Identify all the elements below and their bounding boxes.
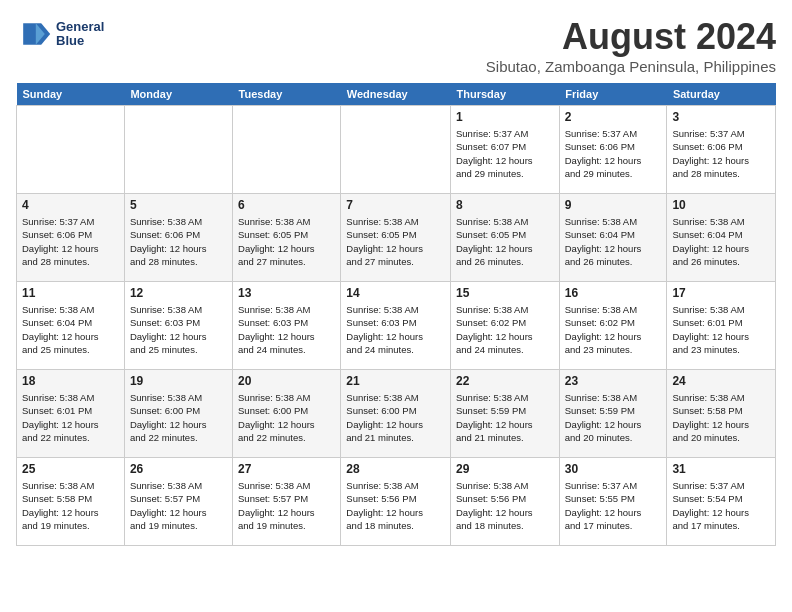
day-info: Sunrise: 5:38 AM Sunset: 6:01 PM Dayligh…	[672, 303, 770, 356]
logo: General Blue	[16, 16, 104, 52]
calendar-cell: 5Sunrise: 5:38 AM Sunset: 6:06 PM Daylig…	[124, 194, 232, 282]
calendar-cell: 16Sunrise: 5:38 AM Sunset: 6:02 PM Dayli…	[559, 282, 667, 370]
day-number: 4	[22, 198, 119, 212]
day-number: 18	[22, 374, 119, 388]
day-number: 29	[456, 462, 554, 476]
title-block: August 2024 Sibutao, Zamboanga Peninsula…	[486, 16, 776, 75]
day-of-week-header: Tuesday	[233, 83, 341, 106]
day-number: 28	[346, 462, 445, 476]
calendar-week-row: 25Sunrise: 5:38 AM Sunset: 5:58 PM Dayli…	[17, 458, 776, 546]
day-info: Sunrise: 5:38 AM Sunset: 6:03 PM Dayligh…	[130, 303, 227, 356]
day-info: Sunrise: 5:38 AM Sunset: 6:04 PM Dayligh…	[672, 215, 770, 268]
calendar-header: SundayMondayTuesdayWednesdayThursdayFrid…	[17, 83, 776, 106]
day-number: 25	[22, 462, 119, 476]
day-number: 20	[238, 374, 335, 388]
day-info: Sunrise: 5:38 AM Sunset: 6:00 PM Dayligh…	[130, 391, 227, 444]
calendar-cell: 19Sunrise: 5:38 AM Sunset: 6:00 PM Dayli…	[124, 370, 232, 458]
calendar-cell: 10Sunrise: 5:38 AM Sunset: 6:04 PM Dayli…	[667, 194, 776, 282]
day-number: 13	[238, 286, 335, 300]
calendar-cell: 7Sunrise: 5:38 AM Sunset: 6:05 PM Daylig…	[341, 194, 451, 282]
day-number: 14	[346, 286, 445, 300]
day-number: 5	[130, 198, 227, 212]
day-info: Sunrise: 5:38 AM Sunset: 5:58 PM Dayligh…	[672, 391, 770, 444]
calendar-cell: 27Sunrise: 5:38 AM Sunset: 5:57 PM Dayli…	[233, 458, 341, 546]
day-info: Sunrise: 5:38 AM Sunset: 6:01 PM Dayligh…	[22, 391, 119, 444]
day-info: Sunrise: 5:38 AM Sunset: 5:57 PM Dayligh…	[238, 479, 335, 532]
day-number: 31	[672, 462, 770, 476]
day-number: 7	[346, 198, 445, 212]
calendar-cell: 26Sunrise: 5:38 AM Sunset: 5:57 PM Dayli…	[124, 458, 232, 546]
day-number: 2	[565, 110, 662, 124]
page-header: General Blue August 2024 Sibutao, Zamboa…	[16, 16, 776, 75]
day-number: 23	[565, 374, 662, 388]
logo-line1: General	[56, 20, 104, 34]
calendar-cell: 23Sunrise: 5:38 AM Sunset: 5:59 PM Dayli…	[559, 370, 667, 458]
main-title: August 2024	[486, 16, 776, 58]
calendar-cell: 22Sunrise: 5:38 AM Sunset: 5:59 PM Dayli…	[451, 370, 560, 458]
calendar-cell: 2Sunrise: 5:37 AM Sunset: 6:06 PM Daylig…	[559, 106, 667, 194]
day-of-week-header: Wednesday	[341, 83, 451, 106]
calendar-cell: 11Sunrise: 5:38 AM Sunset: 6:04 PM Dayli…	[17, 282, 125, 370]
day-info: Sunrise: 5:38 AM Sunset: 6:05 PM Dayligh…	[238, 215, 335, 268]
calendar-cell: 12Sunrise: 5:38 AM Sunset: 6:03 PM Dayli…	[124, 282, 232, 370]
calendar-cell	[341, 106, 451, 194]
subtitle: Sibutao, Zamboanga Peninsula, Philippine…	[486, 58, 776, 75]
day-info: Sunrise: 5:37 AM Sunset: 6:07 PM Dayligh…	[456, 127, 554, 180]
day-info: Sunrise: 5:38 AM Sunset: 5:56 PM Dayligh…	[346, 479, 445, 532]
day-number: 17	[672, 286, 770, 300]
day-info: Sunrise: 5:38 AM Sunset: 5:56 PM Dayligh…	[456, 479, 554, 532]
calendar-cell: 25Sunrise: 5:38 AM Sunset: 5:58 PM Dayli…	[17, 458, 125, 546]
calendar-cell: 1Sunrise: 5:37 AM Sunset: 6:07 PM Daylig…	[451, 106, 560, 194]
day-of-week-header: Saturday	[667, 83, 776, 106]
calendar-cell: 30Sunrise: 5:37 AM Sunset: 5:55 PM Dayli…	[559, 458, 667, 546]
day-number: 1	[456, 110, 554, 124]
day-info: Sunrise: 5:38 AM Sunset: 5:58 PM Dayligh…	[22, 479, 119, 532]
day-number: 3	[672, 110, 770, 124]
calendar-cell: 18Sunrise: 5:38 AM Sunset: 6:01 PM Dayli…	[17, 370, 125, 458]
day-number: 10	[672, 198, 770, 212]
day-number: 6	[238, 198, 335, 212]
day-of-week-header: Friday	[559, 83, 667, 106]
calendar-week-row: 18Sunrise: 5:38 AM Sunset: 6:01 PM Dayli…	[17, 370, 776, 458]
calendar-week-row: 4Sunrise: 5:37 AM Sunset: 6:06 PM Daylig…	[17, 194, 776, 282]
logo-icon	[16, 16, 52, 52]
day-info: Sunrise: 5:38 AM Sunset: 6:03 PM Dayligh…	[238, 303, 335, 356]
calendar-cell: 17Sunrise: 5:38 AM Sunset: 6:01 PM Dayli…	[667, 282, 776, 370]
day-number: 11	[22, 286, 119, 300]
calendar-cell	[233, 106, 341, 194]
calendar-body: 1Sunrise: 5:37 AM Sunset: 6:07 PM Daylig…	[17, 106, 776, 546]
day-info: Sunrise: 5:37 AM Sunset: 5:54 PM Dayligh…	[672, 479, 770, 532]
calendar-week-row: 1Sunrise: 5:37 AM Sunset: 6:07 PM Daylig…	[17, 106, 776, 194]
day-info: Sunrise: 5:38 AM Sunset: 6:02 PM Dayligh…	[456, 303, 554, 356]
logo-text: General Blue	[56, 20, 104, 49]
day-info: Sunrise: 5:37 AM Sunset: 6:06 PM Dayligh…	[22, 215, 119, 268]
day-number: 15	[456, 286, 554, 300]
day-of-week-header: Thursday	[451, 83, 560, 106]
calendar-cell: 28Sunrise: 5:38 AM Sunset: 5:56 PM Dayli…	[341, 458, 451, 546]
day-number: 30	[565, 462, 662, 476]
day-info: Sunrise: 5:38 AM Sunset: 6:00 PM Dayligh…	[238, 391, 335, 444]
calendar-cell	[124, 106, 232, 194]
calendar-cell: 14Sunrise: 5:38 AM Sunset: 6:03 PM Dayli…	[341, 282, 451, 370]
calendar-cell: 9Sunrise: 5:38 AM Sunset: 6:04 PM Daylig…	[559, 194, 667, 282]
calendar-cell: 13Sunrise: 5:38 AM Sunset: 6:03 PM Dayli…	[233, 282, 341, 370]
day-info: Sunrise: 5:38 AM Sunset: 6:05 PM Dayligh…	[346, 215, 445, 268]
calendar-cell: 24Sunrise: 5:38 AM Sunset: 5:58 PM Dayli…	[667, 370, 776, 458]
day-info: Sunrise: 5:37 AM Sunset: 6:06 PM Dayligh…	[565, 127, 662, 180]
day-info: Sunrise: 5:37 AM Sunset: 5:55 PM Dayligh…	[565, 479, 662, 532]
day-number: 19	[130, 374, 227, 388]
day-number: 21	[346, 374, 445, 388]
day-of-week-header: Sunday	[17, 83, 125, 106]
logo-line2: Blue	[56, 34, 104, 48]
calendar-cell: 29Sunrise: 5:38 AM Sunset: 5:56 PM Dayli…	[451, 458, 560, 546]
day-info: Sunrise: 5:38 AM Sunset: 5:59 PM Dayligh…	[456, 391, 554, 444]
day-number: 9	[565, 198, 662, 212]
calendar-week-row: 11Sunrise: 5:38 AM Sunset: 6:04 PM Dayli…	[17, 282, 776, 370]
calendar-cell: 8Sunrise: 5:38 AM Sunset: 6:05 PM Daylig…	[451, 194, 560, 282]
calendar-cell: 21Sunrise: 5:38 AM Sunset: 6:00 PM Dayli…	[341, 370, 451, 458]
day-info: Sunrise: 5:38 AM Sunset: 6:06 PM Dayligh…	[130, 215, 227, 268]
day-info: Sunrise: 5:37 AM Sunset: 6:06 PM Dayligh…	[672, 127, 770, 180]
calendar-cell: 15Sunrise: 5:38 AM Sunset: 6:02 PM Dayli…	[451, 282, 560, 370]
day-info: Sunrise: 5:38 AM Sunset: 5:57 PM Dayligh…	[130, 479, 227, 532]
calendar-cell: 31Sunrise: 5:37 AM Sunset: 5:54 PM Dayli…	[667, 458, 776, 546]
